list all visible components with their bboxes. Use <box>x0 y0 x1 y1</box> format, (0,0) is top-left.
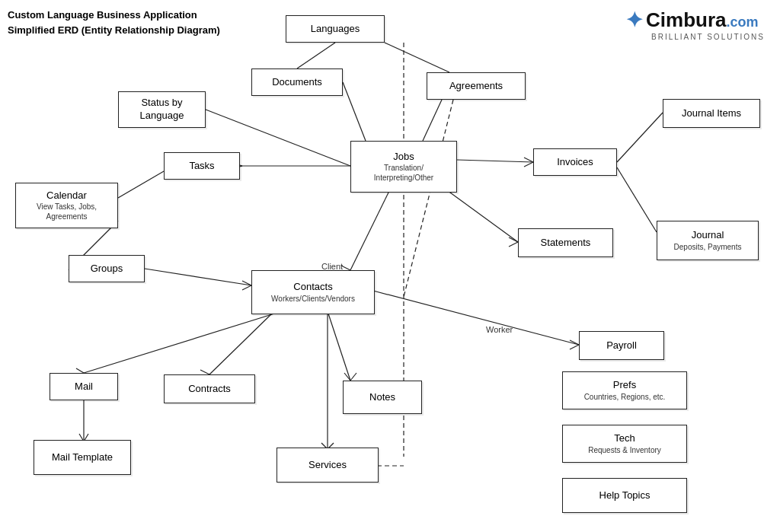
box-services: Services <box>277 448 379 483</box>
svg-line-11 <box>524 162 533 167</box>
svg-line-26 <box>84 311 282 373</box>
box-mail: Mail <box>50 373 118 400</box>
logo-sub-text: BRILLIANT SOLUTIONS <box>651 33 765 41</box>
box-contracts: Contracts <box>164 374 255 403</box>
svg-line-43 <box>570 340 579 345</box>
box-documents: Documents <box>251 68 343 96</box>
box-journal-items: Journal Items <box>663 99 760 128</box>
svg-line-37 <box>350 373 356 381</box>
box-prefs: Prefs Countries, Regions, etc. <box>562 371 687 409</box>
box-help-topics: Help Topics <box>562 478 687 513</box>
box-status-by-language: Status by Language <box>118 91 206 128</box>
box-invoices: Invoices <box>533 148 617 176</box>
logo: ✦ Cimbura.com BRILLIANT SOLUTIONS <box>625 8 765 41</box>
svg-line-20 <box>404 100 453 297</box>
svg-line-0 <box>297 43 335 68</box>
logo-star-icon: ✦ <box>625 8 643 33</box>
box-contacts: Contacts Workers/Clients/Vendors <box>251 270 375 314</box>
box-tasks: Tasks <box>164 152 240 180</box>
worker-label: Worker <box>486 325 513 334</box>
box-mail-template: Mail Template <box>34 440 131 475</box>
svg-line-32 <box>209 311 274 374</box>
box-journal: Journal Deposits, Payments <box>657 221 759 260</box>
svg-line-13 <box>617 167 657 232</box>
svg-line-9 <box>457 160 533 162</box>
svg-line-36 <box>344 373 350 381</box>
svg-line-35 <box>328 311 350 381</box>
box-languages: Languages <box>286 15 385 43</box>
svg-line-44 <box>570 345 579 349</box>
svg-line-1 <box>385 43 449 72</box>
box-groups: Groups <box>69 255 145 282</box>
svg-line-14 <box>442 186 518 242</box>
erd-diagram: Custom Language Business Application Sim… <box>0 0 780 532</box>
svg-line-16 <box>509 242 518 247</box>
box-statements: Statements <box>518 228 613 257</box>
svg-line-23 <box>145 269 251 285</box>
box-calendar: Calendar View Tasks, Jobs, Agreements <box>15 183 118 228</box>
svg-line-15 <box>509 237 518 242</box>
svg-line-24 <box>242 281 251 285</box>
logo-name-text: Cimbura.com <box>646 8 758 32</box>
svg-line-42 <box>373 291 579 345</box>
box-jobs: Jobs Translation/ Interpreting/Other <box>350 141 457 193</box>
svg-line-4 <box>423 100 442 141</box>
svg-line-17 <box>350 193 388 270</box>
svg-line-10 <box>524 158 533 162</box>
svg-line-25 <box>242 285 251 290</box>
box-payroll: Payroll <box>579 331 664 360</box>
diagram-title: Custom Language Business Application Sim… <box>8 8 220 37</box>
box-notes: Notes <box>343 381 422 414</box>
svg-line-21 <box>118 171 164 198</box>
box-tech: Tech Requests & Inventory <box>562 425 687 463</box>
svg-line-12 <box>617 113 663 162</box>
box-agreements: Agreements <box>427 72 526 100</box>
svg-line-3 <box>343 82 366 141</box>
